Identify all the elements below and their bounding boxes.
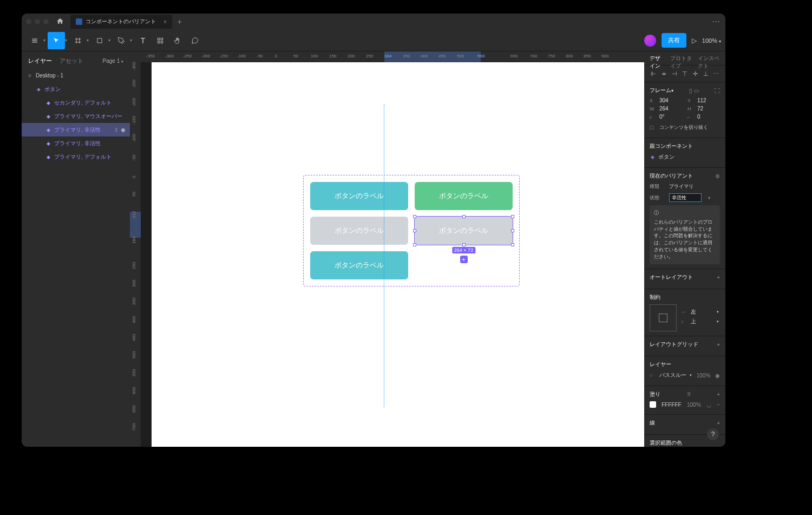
stage[interactable]: ボタンのラベル ボタンのラベル ボタンのラベル ボタンのラベル 264 × 72 xyxy=(141,62,644,447)
titlebar: コンポーネントのバリアント × + ⋯ xyxy=(22,14,725,30)
variant-icon: ◆ xyxy=(45,114,51,119)
layout-grid-section: レイアウトグリッド+ xyxy=(644,336,725,356)
resize-handle[interactable] xyxy=(413,229,416,232)
align-vcenter-icon[interactable]: ✛ xyxy=(691,70,699,77)
align-left-icon[interactable]: ⊩ xyxy=(650,70,657,77)
state-input[interactable] xyxy=(669,193,702,202)
new-tab-icon[interactable]: + xyxy=(178,17,182,26)
max-dot[interactable] xyxy=(43,19,49,24)
tab-prototype[interactable]: プロトタイプ xyxy=(670,55,692,65)
align-hcenter-icon[interactable]: ≑ xyxy=(660,70,667,77)
lock-icon[interactable]: ⟟ xyxy=(115,127,117,133)
home-icon[interactable] xyxy=(56,17,64,27)
checkbox-icon[interactable]: ☐ xyxy=(650,125,656,131)
chevron-down-icon[interactable]: ▾ xyxy=(87,38,91,43)
close-dot[interactable] xyxy=(26,19,31,24)
layer-variant-4[interactable]: ◆プライマリ, 非活性 xyxy=(22,136,130,150)
resize-handle[interactable] xyxy=(511,215,514,218)
frame-section: フレーム▾▯ ▭⛶ X304Y112 W264H72⊃ ⟀0°⌐0◫ ☐コンテン… xyxy=(644,82,725,138)
btn-variant-primary-hover[interactable]: ボタンのラベル xyxy=(415,182,513,210)
plus-icon[interactable]: + xyxy=(717,275,720,281)
move-tool-icon[interactable] xyxy=(48,32,65,49)
variant-icon: ◆ xyxy=(45,154,51,160)
plus-icon[interactable]: + xyxy=(717,392,720,397)
hand-tool-icon[interactable] xyxy=(169,32,186,49)
btn-variant-primary-default[interactable]: ボタンのラベル xyxy=(310,251,408,279)
color-swatch[interactable] xyxy=(650,401,656,408)
resize-handle[interactable] xyxy=(462,243,466,246)
fill-section: 塗り⠿+ FFFFFF100%◡− xyxy=(644,386,725,415)
eye-icon[interactable]: ◉ xyxy=(121,127,126,133)
align-bottom-icon[interactable]: ⊥ xyxy=(702,70,710,77)
svg-rect-5 xyxy=(161,38,163,40)
settings-icon[interactable]: ⚙ xyxy=(715,173,720,179)
layer-section: レイヤー ○パススルー▾100%◉ xyxy=(644,356,725,386)
ruler-horizontal[interactable]: -350-300-250-200-150-100-500501001502002… xyxy=(130,51,644,62)
artboard[interactable]: ボタンのラベル ボタンのラベル ボタンのラベル ボタンのラベル 264 × 72 xyxy=(152,62,644,447)
figma-menu-icon[interactable] xyxy=(26,32,43,49)
distribute-icon[interactable]: ⋯ xyxy=(712,70,720,77)
svg-rect-2 xyxy=(32,42,37,42)
min-dot[interactable] xyxy=(35,19,40,24)
resize-handle[interactable] xyxy=(462,215,466,218)
traffic-lights[interactable] xyxy=(26,19,49,24)
layer-variant-3[interactable]: ◆プライマリ, 非活性⟟◉ xyxy=(22,123,130,136)
tab-inspect[interactable]: インスペクト xyxy=(698,55,720,65)
chevron-down-icon[interactable]: ▾ xyxy=(43,38,48,43)
resize-handle[interactable] xyxy=(511,229,514,232)
eye-icon[interactable]: ◉ xyxy=(715,373,720,379)
eye-icon[interactable]: ◡ xyxy=(706,402,711,408)
layer-variant-2[interactable]: ◆プライマリ, マウスオーバー xyxy=(22,109,130,123)
file-tab[interactable]: コンポーネントのバリアント × xyxy=(70,15,172,29)
chevron-down-icon[interactable]: ▾ xyxy=(65,38,69,43)
btn-variant-primary-disabled[interactable]: ボタンのラベル xyxy=(310,217,408,245)
resources-icon[interactable] xyxy=(152,32,169,49)
page-selector[interactable]: Page 1 ▾ xyxy=(103,58,123,64)
resize-fit-icon[interactable]: ⛶ xyxy=(715,88,720,94)
plus-icon[interactable]: + xyxy=(717,420,720,426)
warning-box: ⓘこれらのバリアントのプロパティと値が競合しています。この問題を解決するには、こ… xyxy=(650,205,720,264)
layer-component[interactable]: ◈ボタン xyxy=(22,82,130,96)
tab-assets[interactable]: アセット xyxy=(60,57,83,65)
chevron-down-icon[interactable]: ▾ xyxy=(108,38,113,43)
align-right-icon[interactable]: ⊣ xyxy=(671,70,678,77)
align-top-icon[interactable]: ⊤ xyxy=(681,70,689,77)
add-variant-icon[interactable]: + xyxy=(460,256,468,263)
present-icon[interactable]: ▷ xyxy=(692,37,697,44)
orientation-icon[interactable]: ▯ ▭ xyxy=(689,88,699,94)
left-panel: レイヤー アセット Page 1 ▾ #Desktop - 1 ◈ボタン ◆セカ… xyxy=(22,51,130,447)
minus-icon[interactable]: − xyxy=(717,402,720,408)
more-icon[interactable]: ⋯ xyxy=(712,17,720,26)
chevron-down-icon[interactable]: ▾ xyxy=(130,38,134,43)
resize-handle[interactable] xyxy=(511,243,514,246)
layer-variant-5[interactable]: ◆プライマリ, デフォルト xyxy=(22,150,130,164)
pen-tool-icon[interactable] xyxy=(113,32,130,49)
dimension-badge: 264 × 72 xyxy=(452,247,475,253)
plus-icon[interactable]: + xyxy=(717,342,720,348)
share-button[interactable]: 共有 xyxy=(662,33,686,48)
comment-tool-icon[interactable] xyxy=(186,32,204,49)
frame-tool-icon[interactable] xyxy=(69,32,87,49)
shape-tool-icon[interactable] xyxy=(91,32,108,49)
resize-handle[interactable] xyxy=(413,215,416,218)
constraint-widget[interactable] xyxy=(650,304,677,331)
layer-variant-1[interactable]: ◆セカンダリ, デフォルト xyxy=(22,96,130,109)
component-set[interactable]: ボタンのラベル ボタンのラベル ボタンのラベル ボタンのラベル 264 × 72 xyxy=(303,175,520,286)
btn-variant-primary-disabled-selected[interactable]: ボタンのラベル 264 × 72 + xyxy=(415,217,513,245)
close-icon[interactable]: × xyxy=(163,19,167,25)
tab-layers[interactable]: レイヤー xyxy=(28,57,52,65)
tab-design[interactable]: デザイン xyxy=(650,55,665,65)
avatar[interactable] xyxy=(644,35,656,47)
layer-frame[interactable]: #Desktop - 1 xyxy=(22,69,130,82)
styles-icon[interactable]: ⠿ xyxy=(687,392,691,397)
text-tool-icon[interactable]: T xyxy=(134,32,152,49)
zoom-level[interactable]: 100% ▾ xyxy=(702,37,721,44)
svg-rect-4 xyxy=(158,38,160,40)
btn-variant-secondary-default[interactable]: ボタンのラベル xyxy=(310,182,408,210)
resize-handle[interactable] xyxy=(413,243,416,246)
help-icon[interactable]: ? xyxy=(707,428,719,440)
canvas: -350-300-250-200-150-100-500501001502002… xyxy=(130,51,644,447)
component-set-icon: ◈ xyxy=(36,87,41,92)
ruler-vertical[interactable]: -300-250-200-150-100-5005011218425030035… xyxy=(130,62,141,447)
svg-rect-1 xyxy=(32,40,37,41)
